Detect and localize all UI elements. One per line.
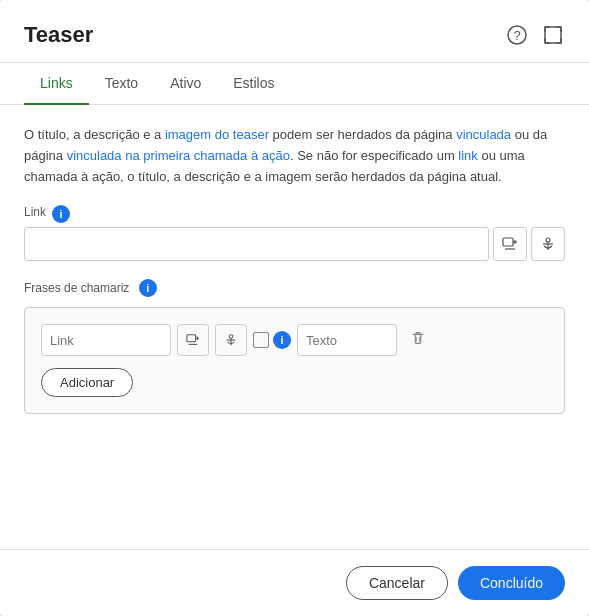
expand-icon-btn[interactable] — [541, 23, 565, 47]
anchor-icon — [540, 236, 556, 252]
dialog-footer: Cancelar Concluído — [0, 549, 589, 616]
cta-text-input[interactable] — [297, 324, 397, 356]
add-cta-btn[interactable]: Adicionar — [41, 368, 133, 397]
cta-browse-btn[interactable] — [177, 324, 209, 356]
browse-icon — [502, 236, 518, 252]
link-browse-btn[interactable] — [493, 227, 527, 261]
cancel-button[interactable]: Cancelar — [346, 566, 448, 600]
cta-link-input[interactable] — [41, 324, 171, 356]
svg-rect-10 — [187, 335, 196, 342]
link-text-3: vinculada na primeira chamada à ação — [67, 148, 290, 163]
cta-delete-btn[interactable] — [403, 327, 433, 354]
confirm-button[interactable]: Concluído — [458, 566, 565, 600]
delete-icon — [409, 329, 427, 347]
cta-info-icon: i — [139, 279, 157, 297]
cta-row-1: i — [41, 324, 548, 356]
svg-text:?: ? — [513, 28, 520, 43]
tabs: Links Texto Ativo Estilos — [0, 63, 589, 105]
link-anchor-btn[interactable] — [531, 227, 565, 261]
tab-ativo[interactable]: Ativo — [154, 63, 217, 105]
cta-checkbox-container: i — [253, 331, 291, 349]
tab-texto[interactable]: Texto — [89, 63, 154, 105]
svg-rect-2 — [545, 27, 561, 43]
svg-rect-3 — [503, 238, 513, 246]
help-icon-btn[interactable]: ? — [505, 23, 529, 47]
svg-point-7 — [546, 238, 550, 242]
link-text-1: imagem do teaser — [165, 127, 269, 142]
link-label: Link — [24, 205, 46, 219]
tab-estilos[interactable]: Estilos — [217, 63, 290, 105]
link-field-row — [24, 227, 565, 261]
link-text-2: vinculada — [456, 127, 511, 142]
link-info-icon: i — [52, 205, 70, 223]
cta-anchor-icon — [224, 333, 238, 347]
expand-icon — [543, 25, 563, 45]
cta-checkbox[interactable] — [253, 332, 269, 348]
cta-anchor-btn[interactable] — [215, 324, 247, 356]
info-paragraph: O título, a descrição e a imagem do teas… — [24, 125, 565, 187]
cta-checkbox-info-icon: i — [273, 331, 291, 349]
svg-point-14 — [229, 335, 233, 339]
cta-section-label: Frases de chamariz i — [24, 279, 565, 297]
cta-browse-icon — [186, 333, 200, 347]
cta-box: i Adicionar — [24, 307, 565, 414]
help-icon: ? — [507, 25, 527, 45]
dialog-title: Teaser — [24, 22, 93, 48]
tab-links[interactable]: Links — [24, 63, 89, 105]
dialog-header: Teaser ? — [0, 0, 589, 63]
link-input[interactable] — [24, 227, 489, 261]
dialog: Teaser ? Links Texto Ativo — [0, 0, 589, 616]
header-icons: ? — [505, 23, 565, 47]
link-text-4: link — [458, 148, 478, 163]
dialog-body: O título, a descrição e a imagem do teas… — [0, 105, 589, 549]
